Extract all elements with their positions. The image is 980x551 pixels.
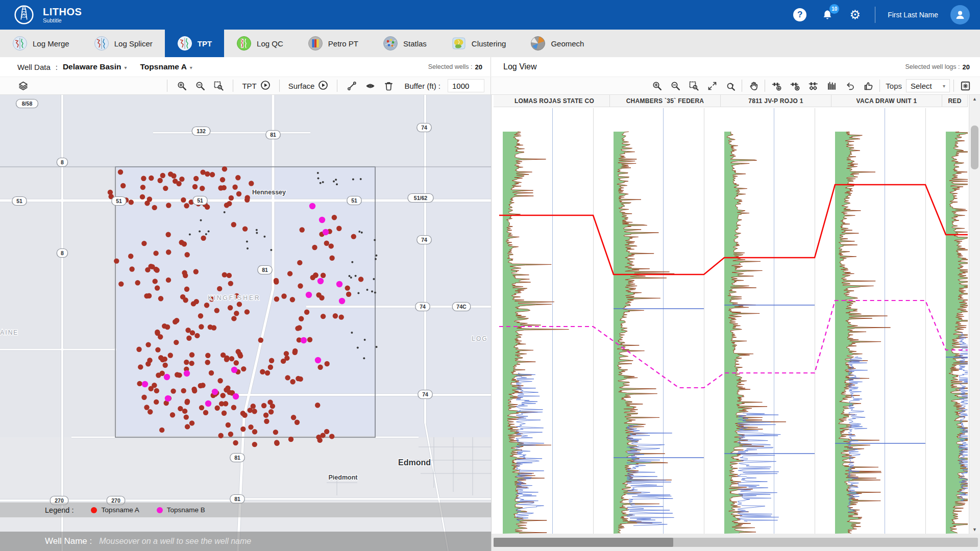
chevron-down-icon: ▾ [125, 65, 127, 70]
measure-icon[interactable] [344, 78, 359, 93]
highway-shield: 81 [266, 131, 280, 139]
map-label-kingfisher: KINGFISHER [208, 294, 260, 302]
layers-icon[interactable] [15, 78, 31, 93]
log-view-panel: LOMAS ROJAS STATE COCHAMBERS `35` FEDERA… [491, 95, 980, 551]
box-zoom-icon[interactable] [686, 78, 701, 93]
tab-petro-pt[interactable]: Petro PT [296, 30, 371, 57]
horizontal-scroll-thumb[interactable] [494, 538, 673, 547]
map-tpt-button[interactable]: TPT [240, 80, 272, 92]
zoom-out-icon[interactable] [192, 78, 208, 93]
gear-icon: ⚙ [849, 9, 861, 21]
undo-icon[interactable] [842, 78, 857, 93]
legend-item-topsname-a: Topsname A [91, 506, 139, 514]
svg-text:81: 81 [234, 455, 240, 461]
well-data-label: Well Data [17, 63, 51, 71]
tab-label: Statlas [403, 39, 427, 48]
tab-log-merge[interactable]: Log Merge [0, 30, 82, 57]
tab-geomech[interactable]: Geomech [518, 30, 596, 57]
well-data-bar: Well Data : Delaware Basin ▾ Topsname A … [0, 57, 491, 77]
expand-icon[interactable] [704, 78, 720, 93]
map-label-laine: LAINE [0, 329, 18, 336]
svg-text:74: 74 [420, 304, 426, 310]
track-add-icon[interactable] [769, 78, 784, 93]
highway-shield: 81 [230, 454, 244, 462]
topsname-dropdown[interactable]: Topsname A [140, 62, 187, 71]
map-surface-button[interactable]: Surface [286, 80, 331, 92]
track-histogram-icon[interactable] [824, 78, 839, 93]
legend-label: Legend : [45, 506, 74, 514]
zoom-reset-icon[interactable] [723, 78, 738, 93]
track-titles-row: LOMAS ROJAS STATE COCHAMBERS `35` FEDERA… [494, 95, 968, 107]
highway-shield: 51 [347, 196, 361, 205]
map-label-piedmont: Piedmont [329, 474, 358, 481]
track-title: CHAMBERS `35` FEDERA [610, 95, 721, 107]
zoom-in-icon[interactable] [174, 78, 189, 93]
tab-label: Petro PT [328, 39, 358, 48]
log-view-title: Log View [503, 62, 537, 71]
svg-text:132: 132 [197, 128, 206, 134]
svg-text:51: 51 [116, 198, 122, 204]
tab-tpt[interactable]: TPT [165, 30, 224, 57]
svg-text:8/58: 8/58 [22, 101, 33, 107]
svg-text:74: 74 [421, 237, 427, 243]
tops-select-dropdown[interactable]: Select ▾ [906, 79, 950, 92]
horizontal-scrollbar[interactable] [492, 534, 980, 551]
basin-dropdown[interactable]: Delaware Basin [63, 62, 121, 71]
legend-item-label: Topsname B [167, 506, 205, 514]
horizontal-scroll-track[interactable] [494, 538, 978, 547]
main-content: 8/58132817485151515151/62748817474C74812… [0, 95, 980, 551]
selected-logs-count: 20 [963, 63, 970, 71]
tab-clustering[interactable]: Clustering [439, 30, 519, 57]
well-name-bar: Well Name : Mouseover on a well to see t… [0, 532, 491, 551]
highway-shield: 51 [112, 197, 126, 206]
highway-shield: 74 [415, 303, 430, 311]
help-button[interactable]: ? [792, 7, 807, 22]
highway-shield: 81 [230, 495, 244, 504]
wells-map[interactable]: 8/58132817485151515151/62748817474C74812… [0, 95, 491, 551]
svg-text:51: 51 [197, 197, 203, 204]
tab-log-splicer[interactable]: Log Splicer [82, 30, 165, 57]
tops-label: Tops [886, 82, 902, 90]
tab-log-qc[interactable]: Log QC [224, 30, 296, 57]
svg-text:74: 74 [421, 124, 427, 131]
log-tracks-canvas[interactable] [494, 107, 968, 534]
tab-label: Log QC [257, 39, 283, 48]
box-zoom-icon[interactable] [211, 78, 226, 93]
track-title: 7811 JV-P ROJO 1 [721, 95, 831, 107]
vertical-scroll-thumb[interactable] [971, 126, 978, 169]
map-panel[interactable]: 8/58132817485151515151/62748817474C74812… [0, 95, 491, 551]
toolbar-row: TPT Surface Buffer (ft) : Tops [0, 77, 980, 95]
notifications-button[interactable]: 10 [820, 7, 835, 22]
log-toolbar: Tops Select ▾ [491, 77, 980, 94]
vertical-scrollbar[interactable]: ▲ ▼ [969, 95, 980, 534]
highway-shield: 51 [193, 196, 207, 205]
selected-wells-label: Selected wells : [428, 63, 473, 70]
track-title: VACA DRAW UNIT 1 [831, 95, 942, 107]
track-settings-icon[interactable] [805, 78, 821, 93]
log-view-header: Log View Selected well logs : 20 [491, 57, 980, 77]
buffer-label: Buffer (ft) : [404, 82, 440, 90]
svg-text:74: 74 [422, 391, 428, 397]
map-toolbar: TPT Surface Buffer (ft) : [0, 77, 491, 94]
thumbs-up-icon[interactable] [861, 78, 876, 93]
tab-statlas[interactable]: Statlas [371, 30, 439, 57]
visibility-icon[interactable] [362, 78, 378, 93]
track-remove-icon[interactable] [787, 78, 802, 93]
panel-settings-icon[interactable] [958, 78, 973, 93]
trash-icon[interactable] [381, 78, 396, 93]
pan-hand-icon[interactable] [746, 78, 761, 93]
scroll-up-arrow[interactable]: ▲ [969, 95, 980, 103]
scroll-down-arrow[interactable]: ▼ [969, 525, 980, 534]
settings-button[interactable]: ⚙ [847, 7, 863, 22]
tab-label: Clustering [472, 39, 506, 48]
legend-item-label: Topsname A [101, 506, 139, 514]
svg-text:51: 51 [16, 198, 22, 204]
svg-text:51/62: 51/62 [414, 195, 427, 201]
zoom-out-icon[interactable] [668, 78, 683, 93]
tab-label: Geomech [551, 39, 584, 48]
user-avatar[interactable] [950, 5, 970, 24]
zoom-in-icon[interactable] [649, 78, 665, 93]
svg-text:81: 81 [262, 267, 268, 273]
svg-text:74C: 74C [456, 304, 467, 310]
buffer-input[interactable] [448, 79, 484, 92]
